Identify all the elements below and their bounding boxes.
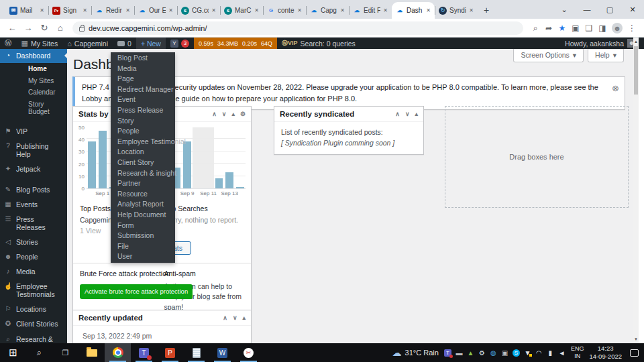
sidebar-item[interactable]: ⚐ Locations <box>0 302 67 316</box>
browser-tab[interactable]: G conte ✕ <box>263 2 306 19</box>
scroll-up-icon[interactable]: ▲ <box>633 38 639 46</box>
new-menu-item[interactable]: Location <box>111 147 175 158</box>
vip-search-menu[interactable]: ⓌVIP Search: 0 queries <box>277 38 360 49</box>
maximize-icon[interactable]: ▢ <box>598 5 621 14</box>
forward-icon[interactable]: → <box>21 23 35 33</box>
sidebar-item[interactable]: ? Publishing Help <box>0 139 67 162</box>
comments-menu[interactable]: 0 <box>113 38 136 49</box>
search-tabs-icon[interactable]: ⌄ <box>553 5 576 14</box>
tab-close-icon[interactable]: ✕ <box>40 7 44 13</box>
browser-tab[interactable]: ☁ Dash ✕ <box>392 2 435 19</box>
clock[interactable]: 14:23 14-09-2022 <box>589 345 622 361</box>
browser-tab[interactable]: s MarC ✕ <box>220 2 263 19</box>
weather-widget[interactable]: ☁ 31°C Rain <box>392 347 439 358</box>
new-menu-item[interactable]: Client Story <box>111 158 175 168</box>
home-icon[interactable]: ⌂ <box>54 23 67 33</box>
close-icon[interactable]: ✕ <box>621 5 644 14</box>
tab-close-icon[interactable]: ✕ <box>469 7 474 13</box>
widget-control-icon[interactable]: ▴ <box>415 111 418 117</box>
widget-control-icon[interactable]: ∨ <box>233 314 237 321</box>
sidebar-item[interactable]: ◔ Dashboard <box>0 48 67 63</box>
tab-close-icon[interactable]: ✕ <box>254 7 259 13</box>
page-scrollbar[interactable]: ▲ ▼ <box>633 38 639 343</box>
sidebar-item[interactable]: ⚑ VIP <box>0 124 67 139</box>
new-tab-button[interactable]: + <box>478 1 495 19</box>
new-menu-item[interactable]: Page <box>111 74 175 84</box>
browser-menu-icon[interactable]: ⋮ <box>625 23 639 33</box>
new-menu-item[interactable]: Resource <box>111 189 175 200</box>
tab-close-icon[interactable]: ✕ <box>297 7 302 13</box>
browser-tab[interactable]: ↻ Syndi ✕ <box>435 2 478 19</box>
new-menu-item[interactable]: Employee Testimonial <box>111 137 175 147</box>
help-button[interactable]: Help ▾ <box>588 48 624 62</box>
tab-close-icon[interactable]: ✕ <box>426 7 431 13</box>
sidebar-item[interactable]: Home <box>0 63 67 75</box>
widget-control-icon[interactable]: ∧ <box>395 111 400 117</box>
syndicated-widget-header[interactable]: Recently syndicated ∧∨▴ <box>274 107 423 122</box>
new-menu-item[interactable]: File <box>111 241 175 252</box>
wp-logo-icon[interactable]: Ⓦ <box>0 38 17 49</box>
site-name-menu[interactable]: ⌂ Capgemini <box>62 38 113 49</box>
new-menu-item[interactable]: Blog Post <box>111 53 175 64</box>
minimize-icon[interactable]: — <box>576 5 598 13</box>
reload-icon[interactable]: ↻ <box>38 23 51 33</box>
sidebar-item[interactable]: ✪ Client Stories <box>0 316 67 331</box>
tab-close-icon[interactable]: ✕ <box>383 7 388 13</box>
browser-tab[interactable]: ☁ Edit F ✕ <box>349 2 392 19</box>
address-bar[interactable]: dev.ucwe.capgemini.com/wp-admin/ <box>72 21 523 35</box>
new-menu-item[interactable]: User <box>111 251 175 262</box>
sidebar-item[interactable]: ☻ People <box>0 249 67 264</box>
widget-control-icon[interactable]: ⚙ <box>240 111 246 117</box>
activate-protection-button[interactable]: Activate brute force attack protection <box>80 284 193 299</box>
sidebar-item[interactable]: My Sites <box>0 75 67 87</box>
browser-tab[interactable]: ☁ Redir ✕ <box>91 2 134 19</box>
sidebar-item[interactable]: ▦ Events <box>0 197 67 212</box>
dismiss-notice-icon[interactable]: ⊗ <box>612 82 619 95</box>
seo-updates-menu[interactable]: Y 3 <box>166 38 194 49</box>
back-icon[interactable]: ← <box>5 23 19 33</box>
action-center-icon[interactable] <box>630 349 639 357</box>
new-menu-item[interactable]: Research & insight <box>111 168 175 179</box>
widget-control-icon[interactable]: ▴ <box>231 111 235 117</box>
recently-updated-header[interactable]: Recently updated ∧∨▴ <box>73 310 251 326</box>
scrollbar-thumb[interactable] <box>634 46 638 95</box>
new-menu-item[interactable]: Story <box>111 116 175 127</box>
widget-control-icon[interactable]: ∧ <box>223 314 227 321</box>
browser-tab[interactable]: ✉ Mail ✕ <box>5 2 48 19</box>
browser-profile-icon[interactable]: ☻ <box>612 23 623 34</box>
tab-close-icon[interactable]: ✕ <box>340 7 345 13</box>
widget-control-icon[interactable]: ∧ <box>212 111 217 117</box>
new-menu-item[interactable]: People <box>111 126 175 137</box>
account-menu[interactable]: Howdy, aakanksha ☻ <box>565 39 644 48</box>
sidebar-item[interactable]: ♪ Media <box>0 264 67 279</box>
widget-control-icon[interactable]: ∨ <box>222 111 227 117</box>
widget-control-icon[interactable]: ▴ <box>242 314 246 321</box>
tab-close-icon[interactable]: ✕ <box>125 7 130 13</box>
tab-close-icon[interactable]: ✕ <box>168 7 173 13</box>
sidebar-item[interactable]: Story Budget <box>0 99 67 118</box>
sidebar-item[interactable]: ☝ Employee Testimonials <box>0 279 67 302</box>
new-menu-item[interactable]: Press Release <box>111 105 175 116</box>
new-menu-item[interactable]: Event <box>111 95 175 105</box>
new-menu-item[interactable]: Media <box>111 64 175 74</box>
new-menu-item[interactable]: Redirect Manager <box>111 84 175 95</box>
language-indicator[interactable]: ENG IN <box>571 345 584 360</box>
my-sites-menu[interactable]: ▦ My Sites <box>17 38 63 49</box>
new-menu-item[interactable]: Analyst Report <box>111 199 175 210</box>
new-menu-item[interactable]: Submission <box>111 231 175 241</box>
sidebar-item[interactable]: ✎ Blog Posts <box>0 182 67 197</box>
new-menu-item[interactable]: Help Document <box>111 210 175 221</box>
browser-tab[interactable]: ☁ Our E ✕ <box>134 2 177 19</box>
sidebar-item[interactable]: ✦ Jetpack <box>0 162 67 176</box>
browser-tab[interactable]: ☁ Capg ✕ <box>306 2 349 19</box>
browser-tab[interactable]: s CG.cc ✕ <box>177 2 220 19</box>
query-monitor-menu[interactable]: 0.59s34.3MB0.20s64Q <box>194 38 277 49</box>
new-menu-item[interactable]: Form <box>111 221 175 231</box>
scroll-down-icon[interactable]: ▼ <box>633 335 639 343</box>
sidebar-item[interactable]: ◁ Stories <box>0 235 67 249</box>
tab-close-icon[interactable]: ✕ <box>83 7 87 13</box>
browser-tab[interactable]: Pr Sign ✕ <box>48 2 91 19</box>
new-menu-item[interactable]: Partner <box>111 178 175 189</box>
screen-options-button[interactable]: Screen Options ▾ <box>513 48 584 62</box>
sidebar-item[interactable]: ☰ Press Releases <box>0 212 67 235</box>
